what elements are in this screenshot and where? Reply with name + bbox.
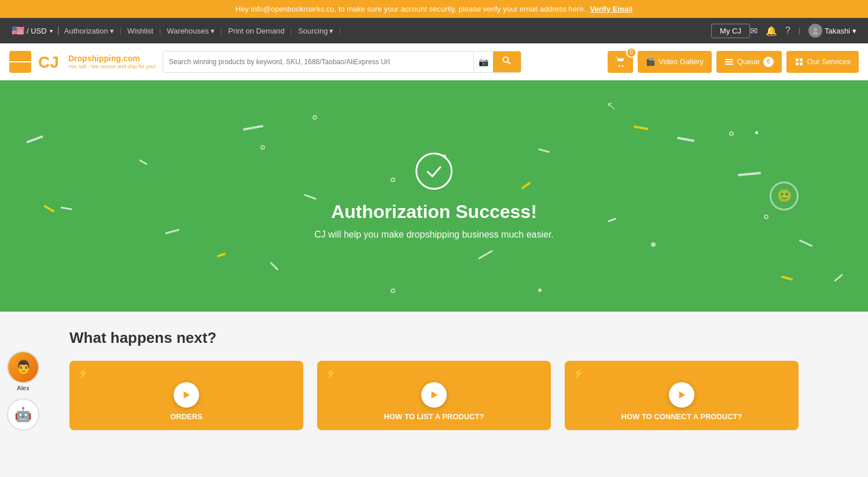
search-button[interactable] (493, 51, 521, 72)
svg-rect-9 (725, 64, 733, 65)
play-button-1[interactable] (174, 382, 199, 408)
our-services-button[interactable]: Our Services (786, 51, 859, 73)
currency-selector[interactable]: 🇺🇸 / USD (12, 24, 53, 37)
search-bar: 📷 (163, 51, 521, 73)
queue-label: Queue (737, 57, 760, 66)
play-button-2[interactable] (421, 382, 447, 408)
cursor-icon: ↖ (606, 99, 616, 113)
svg-marker-14 (184, 391, 190, 399)
nav-link-authorization[interactable]: Authorization ▾ (64, 27, 114, 35)
video-icon: 🎬 (646, 57, 655, 66)
card-orders[interactable]: ⚡ ORDERS (69, 361, 303, 430)
notification-text: Hey info@openbookmarks.co, to make sure … (236, 5, 586, 13)
play-icon-1 (181, 390, 192, 400)
svg-rect-12 (796, 62, 799, 65)
logo[interactable]: CJ Dropshipping.com You sell - We source… (38, 50, 156, 73)
bot-icon: 🤖 (14, 406, 32, 423)
svg-marker-16 (679, 391, 686, 399)
success-subtitle: CJ will help you make dropshipping busin… (314, 230, 554, 240)
svg-point-6 (622, 65, 624, 66)
flag-icon: 🇺🇸 (12, 24, 24, 37)
camera-button[interactable]: 📷 (473, 51, 493, 72)
card-connect-product[interactable]: ⚡ HOW TO CONNECT A PRODUCT? (565, 361, 799, 430)
bot-support[interactable]: 🤖 (7, 398, 39, 431)
play-icon-2 (429, 390, 439, 400)
chevron-down-icon-2: ▾ (211, 27, 215, 35)
support-avatar[interactable]: 👨 (7, 351, 39, 383)
svg-rect-8 (725, 61, 733, 62)
search-input[interactable] (163, 51, 473, 72)
nav-link-print-on-demand[interactable]: Print on Demand (228, 27, 285, 35)
nav-bar: 🇺🇸 / USD | Authorization ▾ | Wishlist | … (0, 18, 868, 43)
human-support[interactable]: 👨 Alex (7, 351, 39, 391)
cart-button[interactable]: 0 (608, 51, 633, 73)
nav-divider-1: | (57, 25, 60, 36)
card-label-2: HOW TO LIST A PRODUCT? (378, 412, 490, 421)
checkmark-icon (425, 162, 443, 180)
video-gallery-button[interactable]: 🎬 Video Gallery (638, 51, 712, 73)
verify-email-link[interactable]: Verify Email (590, 5, 632, 13)
header: CJ Dropshipping.com You sell - We source… (0, 43, 868, 80)
queue-count: 0 (763, 57, 774, 67)
card-list-product[interactable]: ⚡ HOW TO LIST A PRODUCT? (317, 361, 551, 430)
chevron-down-icon: ▾ (110, 27, 114, 35)
support-name: Alex (7, 384, 39, 391)
svg-rect-10 (796, 58, 799, 61)
next-section-title: What happens next? (69, 329, 799, 347)
queue-button[interactable]: Queue 0 (716, 51, 782, 73)
svg-rect-13 (800, 62, 803, 65)
lightning-icon-2: ⚡ (325, 368, 337, 379)
play-button-3[interactable] (669, 382, 694, 408)
svg-marker-15 (432, 391, 438, 399)
logo-tagline: You sell - We source and ship for you! (68, 64, 156, 70)
next-section: What happens next? ⚡ ORDERS ⚡ HOW TO LIS… (0, 312, 868, 453)
user-chevron-icon: ▾ (852, 27, 856, 35)
logo-text-block: Dropshipping.com You sell - We source an… (68, 54, 156, 70)
bell-icon-button[interactable]: 🔔 (766, 25, 777, 36)
nav-divider-user: | (799, 27, 800, 35)
svg-rect-7 (725, 59, 733, 60)
search-icon (502, 56, 512, 65)
menu-line-1 (9, 61, 17, 62)
support-buttons: 👨 Alex 🤖 (7, 351, 39, 431)
menu-line-2 (17, 61, 24, 62)
next-cards-row: ⚡ ORDERS ⚡ HOW TO LIST A PRODUCT? ⚡ HOW … (69, 361, 799, 430)
chevron-down-icon-3: ▾ (329, 27, 333, 35)
lightning-icon-3: ⚡ (573, 368, 584, 379)
cart-wrapper: 0 (608, 51, 633, 73)
menu-button[interactable] (9, 51, 31, 73)
header-actions: 0 🎬 Video Gallery Queue 0 Our Services (608, 51, 859, 73)
logo-svg: CJ (38, 50, 66, 73)
success-icon (415, 153, 453, 190)
smiley-decoration: 🙂 (770, 182, 799, 210)
svg-point-5 (619, 65, 620, 66)
menu-line-3 (24, 61, 31, 62)
my-cj-button[interactable]: My CJ (711, 24, 750, 38)
success-banner: 🙂 ↖ Authorization Success! CJ will help … (0, 80, 868, 312)
our-services-label: Our Services (807, 57, 851, 66)
cart-icon (615, 56, 626, 68)
svg-line-4 (508, 61, 511, 64)
nav-link-wishlist[interactable]: Wishlist (127, 27, 153, 35)
mail-icon-button[interactable]: ✉ (750, 25, 757, 36)
card-label-1: ORDERS (164, 412, 208, 421)
currency-label[interactable]: / USD (27, 27, 53, 35)
notification-bar: Hey info@openbookmarks.co, to make sure … (0, 0, 868, 18)
confetti-container: 🙂 ↖ (0, 80, 868, 312)
help-icon-button[interactable]: ? (785, 25, 790, 36)
card-label-3: HOW TO CONNECT A PRODUCT? (616, 412, 748, 421)
svg-point-0 (814, 28, 817, 31)
svg-point-1 (812, 32, 818, 35)
queue-icon (724, 57, 734, 66)
nav-link-sourcing[interactable]: Sourcing ▾ (298, 27, 333, 35)
avatar-image: 👨 (8, 352, 38, 382)
video-gallery-label: Video Gallery (659, 57, 704, 66)
nav-link-warehouses[interactable]: Warehouses ▾ (167, 27, 215, 35)
success-title: Authorization Success! (331, 201, 537, 223)
services-icon (795, 57, 804, 66)
nav-links: Authorization ▾ | Wishlist | Warehouses … (64, 27, 705, 35)
play-icon-3 (676, 390, 687, 400)
user-menu[interactable]: Takashi ▾ (808, 24, 856, 38)
nav-right-icons: ✉ 🔔 ? | Takashi ▾ (750, 24, 856, 38)
username-label: Takashi (825, 27, 850, 35)
